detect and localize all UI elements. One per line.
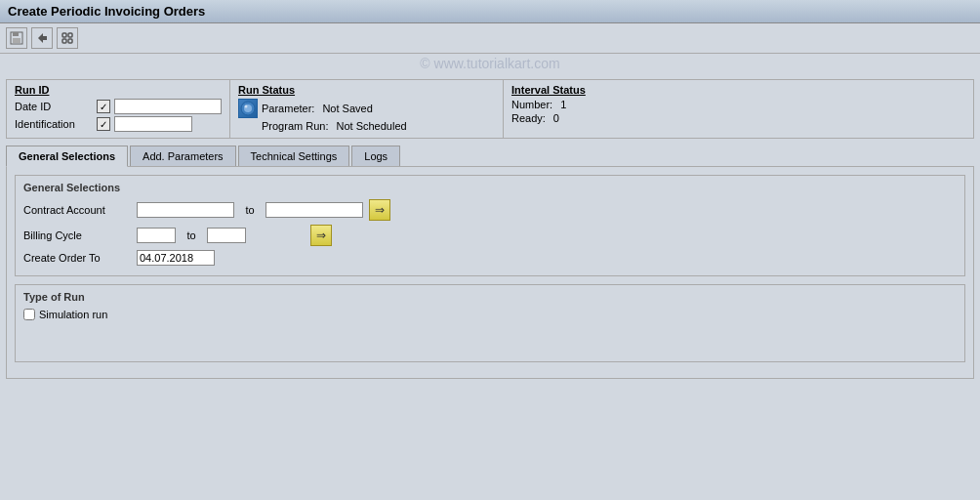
simulation-run-label: Simulation run bbox=[39, 309, 107, 320]
program-run-row: Program Run: Not Scheduled bbox=[262, 120, 495, 132]
run-status-title: Run Status bbox=[238, 84, 495, 96]
tabs-container: General Selections Add. Parameters Techn… bbox=[6, 145, 974, 166]
toolbar bbox=[0, 23, 980, 54]
number-value: 1 bbox=[560, 99, 566, 110]
tab-add-parameters[interactable]: Add. Parameters bbox=[130, 146, 236, 167]
svg-rect-8 bbox=[68, 39, 72, 43]
tab-general-selections[interactable]: General Selections bbox=[6, 146, 128, 167]
run-status-section: Run Status Parameter: Not Saved Program … bbox=[230, 80, 504, 138]
create-order-to-label: Create Order To bbox=[23, 252, 131, 264]
number-label: Number: bbox=[511, 99, 552, 110]
tab-technical-settings[interactable]: Technical Settings bbox=[238, 146, 350, 167]
page-title: Create Periodic Invoicing Orders bbox=[8, 4, 205, 19]
date-id-input[interactable] bbox=[114, 99, 222, 114]
number-row: Number: 1 bbox=[511, 99, 672, 110]
simulation-run-checkbox[interactable] bbox=[23, 309, 35, 320]
simulation-run-row: Simulation run bbox=[23, 309, 957, 320]
tab-logs[interactable]: Logs bbox=[351, 146, 400, 167]
identification-input[interactable] bbox=[114, 116, 192, 132]
run-id-section: Run ID Date ID ✓ Identification ✓ bbox=[7, 80, 230, 138]
billing-cycle-to-label: to bbox=[182, 229, 201, 241]
interval-status-section: Interval Status Number: 1 Ready: 0 bbox=[504, 80, 679, 138]
general-selections-section-title: General Selections bbox=[23, 182, 957, 193]
contract-account-row: Contract Account to ⇒ bbox=[23, 199, 957, 221]
identification-row: Identification ✓ bbox=[15, 116, 222, 132]
contract-account-label: Contract Account bbox=[23, 204, 131, 216]
svg-rect-2 bbox=[13, 38, 20, 43]
svg-rect-7 bbox=[62, 39, 66, 43]
ready-value: 0 bbox=[553, 112, 559, 124]
status-icon bbox=[238, 99, 258, 118]
info-bar: Run ID Date ID ✓ Identification ✓ Run St… bbox=[6, 79, 974, 139]
ready-row: Ready: 0 bbox=[511, 112, 672, 124]
date-id-row: Date ID ✓ bbox=[15, 99, 222, 114]
svg-rect-1 bbox=[13, 32, 19, 36]
run-id-title: Run ID bbox=[15, 84, 222, 96]
watermark: © www.tutorialkart.com bbox=[0, 54, 980, 73]
type-of-run-box: Type of Run Simulation run bbox=[15, 284, 965, 362]
save-button[interactable] bbox=[6, 27, 27, 49]
billing-cycle-arrow-button[interactable]: ⇒ bbox=[310, 225, 332, 246]
create-order-to-input[interactable]: 04.07.2018 bbox=[137, 250, 215, 266]
svg-rect-6 bbox=[68, 33, 72, 37]
parameter-value: Not Saved bbox=[322, 103, 372, 114]
parameter-label: Parameter: bbox=[262, 103, 314, 114]
back-button[interactable] bbox=[31, 27, 53, 49]
program-run-value: Not Scheduled bbox=[336, 120, 406, 132]
contract-account-to-input[interactable] bbox=[265, 202, 363, 218]
interval-status-title: Interval Status bbox=[511, 84, 672, 96]
billing-cycle-from-input[interactable] bbox=[137, 228, 176, 243]
svg-point-11 bbox=[245, 105, 248, 108]
billing-cycle-label: Billing Cycle bbox=[23, 229, 131, 241]
billing-cycle-row: Billing Cycle to ⇒ bbox=[23, 225, 957, 246]
contract-account-to-label: to bbox=[240, 204, 260, 216]
general-selections-box: General Selections Contract Account to ⇒… bbox=[15, 175, 965, 276]
parameter-row: Parameter: Not Saved bbox=[238, 99, 495, 118]
svg-rect-4 bbox=[42, 36, 47, 40]
contract-account-arrow-button[interactable]: ⇒ bbox=[369, 199, 390, 221]
identification-checkbox[interactable]: ✓ bbox=[97, 117, 110, 131]
program-run-label: Program Run: bbox=[262, 120, 328, 132]
type-of-run-title: Type of Run bbox=[23, 291, 957, 303]
title-bar: Create Periodic Invoicing Orders bbox=[0, 0, 980, 23]
contract-account-from-input[interactable] bbox=[137, 202, 234, 218]
main-content: Run ID Date ID ✓ Identification ✓ Run St… bbox=[0, 73, 980, 385]
command-button[interactable] bbox=[57, 27, 78, 49]
billing-cycle-to-input[interactable] bbox=[207, 228, 246, 243]
date-id-checkbox[interactable]: ✓ bbox=[97, 100, 110, 113]
ready-label: Ready: bbox=[511, 112, 546, 124]
tab-content: General Selections Contract Account to ⇒… bbox=[6, 166, 974, 379]
create-order-to-row: Create Order To 04.07.2018 bbox=[23, 250, 957, 266]
date-id-label: Date ID bbox=[15, 101, 93, 112]
svg-rect-5 bbox=[62, 33, 66, 37]
identification-label: Identification bbox=[15, 118, 93, 130]
